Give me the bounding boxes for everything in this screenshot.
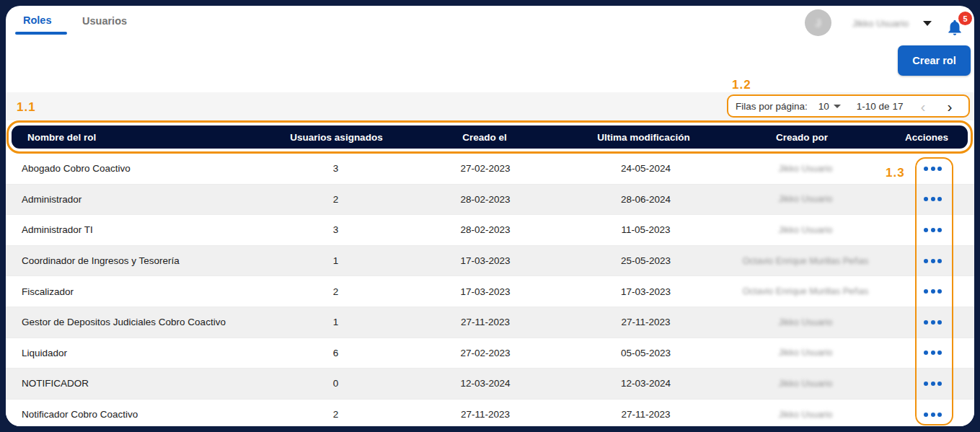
assigned-users-cell: 3 bbox=[273, 163, 399, 174]
actions-cell bbox=[891, 224, 974, 237]
dot-icon bbox=[937, 259, 942, 263]
table-row: Abogado Cobro Coactivo327-02-202324-05-2… bbox=[6, 154, 974, 185]
row-actions-button[interactable] bbox=[919, 255, 946, 268]
modified-date-cell: 11-05-2023 bbox=[572, 224, 720, 235]
modified-date-cell: 25-05-2023 bbox=[572, 255, 720, 266]
active-tab-indicator bbox=[15, 32, 67, 35]
row-actions-button[interactable] bbox=[919, 346, 946, 359]
column-header-nombre: Nombre del rol bbox=[12, 132, 274, 143]
role-name-cell: Fiscalizador bbox=[6, 286, 273, 297]
assigned-users-cell: 1 bbox=[273, 317, 399, 327]
row-actions-button[interactable] bbox=[919, 377, 946, 390]
modified-date-cell: 28-06-2024 bbox=[572, 194, 720, 205]
create-role-button[interactable]: Crear rol bbox=[898, 45, 971, 76]
dot-icon bbox=[931, 289, 935, 294]
dot-icon bbox=[937, 228, 942, 232]
notification-badge: 5 bbox=[958, 12, 972, 25]
app-frame: Roles Usuarios J Jikko Usuario 5 Crear r… bbox=[0, 0, 980, 432]
previous-page-button[interactable]: ‹ bbox=[920, 99, 925, 114]
dot-icon bbox=[924, 320, 928, 325]
dot-icon bbox=[931, 167, 935, 171]
created-by-cell: Jikko Usuario bbox=[720, 379, 891, 389]
column-header-creado-por: Creado por bbox=[717, 132, 887, 143]
dot-icon bbox=[924, 351, 928, 355]
dot-icon bbox=[924, 167, 928, 171]
row-actions-button[interactable] bbox=[919, 285, 946, 298]
created-date-cell: 17-03-2023 bbox=[399, 255, 572, 266]
created-by-cell: Jikko Usuario bbox=[720, 164, 891, 174]
notifications-button[interactable]: 5 bbox=[943, 12, 974, 40]
created-by-cell: Jikko Usuario bbox=[720, 348, 891, 358]
table-row: NOTIFICADOR012-03-202412-03-2024Jikko Us… bbox=[6, 369, 974, 400]
tab-roles[interactable]: Roles bbox=[23, 14, 52, 26]
created-date-cell: 27-11-2023 bbox=[399, 409, 572, 420]
column-header-usuarios-asignados: Usuarios asignados bbox=[274, 132, 399, 143]
created-date-cell: 28-02-2023 bbox=[399, 224, 572, 235]
row-actions-button[interactable] bbox=[919, 193, 946, 206]
dot-icon bbox=[931, 197, 935, 201]
row-actions-button[interactable] bbox=[919, 316, 946, 329]
rows-per-page-select[interactable]: 10 bbox=[818, 101, 829, 112]
rows-per-page-label: Filas por página: bbox=[736, 101, 808, 112]
dot-icon bbox=[937, 167, 942, 171]
table-row: Coordinador de Ingresos y Tesorería117-0… bbox=[6, 246, 974, 277]
dot-icon bbox=[924, 197, 928, 201]
chevron-down-icon[interactable] bbox=[923, 21, 932, 26]
row-actions-button[interactable] bbox=[919, 162, 946, 175]
actions-cell bbox=[891, 285, 974, 298]
avatar[interactable]: J bbox=[805, 9, 831, 36]
dot-icon bbox=[937, 320, 942, 325]
dot-icon bbox=[924, 289, 928, 294]
role-name-cell: Liquidador bbox=[6, 348, 273, 358]
dot-icon bbox=[937, 413, 942, 417]
assigned-users-cell: 2 bbox=[273, 286, 399, 297]
actions-cell bbox=[891, 408, 974, 421]
table-row: Gestor de Depositos Judiciales Cobro Coa… bbox=[6, 307, 974, 338]
dot-icon bbox=[931, 351, 935, 355]
avatar-letter: J bbox=[815, 17, 821, 29]
created-date-cell: 27-02-2023 bbox=[399, 163, 572, 174]
tab-usuarios[interactable]: Usuarios bbox=[82, 15, 127, 27]
created-by-cell: Jikko Usuario bbox=[720, 194, 891, 204]
annotation-1-2: 1.2 bbox=[732, 78, 751, 92]
table-header-highlight: Nombre del rol Usuarios asignados Creado… bbox=[6, 120, 973, 154]
next-page-button[interactable]: › bbox=[947, 99, 952, 114]
column-header-ultima-modificacion: Ultima modificación bbox=[570, 132, 717, 143]
dot-icon bbox=[937, 351, 942, 355]
dot-icon bbox=[924, 228, 928, 232]
dot-icon bbox=[937, 197, 942, 201]
table-row: Liquidador627-02-202305-05-2023Jikko Usu… bbox=[6, 338, 974, 369]
created-by-cell: Octavio Enrique Murillas Peñas bbox=[720, 286, 891, 296]
created-by-cell: Jikko Usuario bbox=[720, 410, 891, 420]
role-name-cell: Abogado Cobro Coactivo bbox=[6, 163, 273, 174]
role-name-cell: NOTIFICADOR bbox=[6, 378, 273, 389]
annotation-1-1: 1.1 bbox=[17, 100, 36, 115]
table-row: Administrador TI328-02-202311-05-2023Jik… bbox=[6, 215, 974, 246]
created-date-cell: 17-03-2023 bbox=[399, 286, 572, 297]
created-by-cell: Jikko Usuario bbox=[720, 317, 891, 327]
dot-icon bbox=[924, 259, 928, 263]
caret-down-icon[interactable] bbox=[834, 105, 841, 108]
dot-icon bbox=[931, 320, 935, 325]
row-actions-button[interactable] bbox=[919, 224, 946, 237]
role-name-cell: Gestor de Depositos Judiciales Cobro Coa… bbox=[6, 317, 273, 327]
created-date-cell: 27-02-2023 bbox=[399, 348, 572, 358]
assigned-users-cell: 3 bbox=[273, 224, 399, 235]
assigned-users-cell: 2 bbox=[273, 194, 399, 205]
created-by-cell: Jikko Usuario bbox=[720, 225, 891, 235]
assigned-users-cell: 2 bbox=[273, 409, 399, 420]
assigned-users-cell: 1 bbox=[273, 255, 399, 266]
pagination-bar: Filas por página: 10 1-10 de 17 ‹ › bbox=[727, 94, 970, 118]
actions-cell bbox=[891, 377, 974, 390]
row-actions-button[interactable] bbox=[919, 408, 946, 421]
assigned-users-cell: 0 bbox=[273, 378, 399, 389]
pagination-range: 1-10 de 17 bbox=[857, 101, 904, 112]
column-header-acciones: Acciones bbox=[887, 132, 966, 143]
role-name-cell: Administrador TI bbox=[6, 224, 273, 235]
role-name-cell: Coordinador de Ingresos y Tesorería bbox=[6, 255, 273, 266]
dot-icon bbox=[931, 228, 935, 232]
dot-icon bbox=[924, 413, 928, 417]
column-header-creado-el: Creado el bbox=[399, 132, 570, 143]
modified-date-cell: 27-11-2023 bbox=[572, 409, 720, 420]
dot-icon bbox=[931, 382, 935, 386]
